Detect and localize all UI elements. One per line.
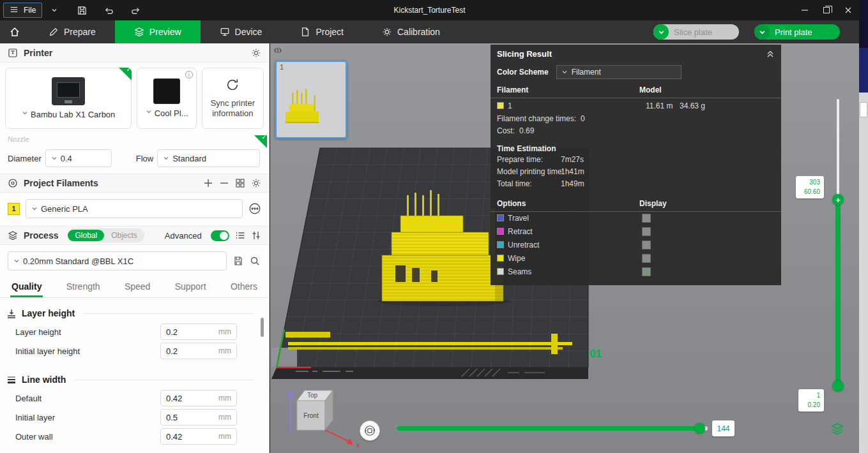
add-filament-icon[interactable]: [203, 178, 213, 188]
param-scroll-area[interactable]: Layer height Layer height 0.2 mm Initial…: [0, 298, 269, 446]
line-width-default-input[interactable]: 0.42 mm: [160, 390, 237, 406]
process-preset-select[interactable]: 0.20mm Standard @BBL X1C: [8, 251, 227, 271]
tab-prepare[interactable]: Prepare: [29, 20, 115, 43]
tab-strength[interactable]: Strength: [65, 276, 102, 297]
tab-speed[interactable]: Speed: [123, 276, 151, 297]
printer-card[interactable]: Bambu Lab X1 Carbon: [5, 68, 132, 129]
filament-settings-gear-icon[interactable]: [251, 178, 261, 188]
minimize-button[interactable]: [794, 0, 816, 20]
project-icon: [300, 27, 310, 37]
selected-check-icon: [119, 68, 132, 80]
option-row-seams: Seams: [491, 265, 781, 279]
plate-thumbnail[interactable]: 1: [275, 61, 347, 138]
layer-height-input[interactable]: 0.2 mm: [160, 323, 237, 340]
tab-support[interactable]: Support: [174, 276, 208, 297]
sidebar-scrollbar[interactable]: [261, 318, 264, 337]
unretract-color-swatch: [497, 241, 504, 248]
printer-select-chevron-icon[interactable]: [22, 110, 28, 120]
seams-checkbox[interactable]: [642, 267, 651, 276]
retract-checkbox[interactable]: [642, 227, 651, 236]
sidebar-collapse-handle[interactable]: [272, 45, 284, 56]
param-row: Default 0.42 mm: [0, 389, 269, 408]
gcode-move-slider[interactable]: [397, 426, 708, 431]
filament-edit-icon[interactable]: [248, 202, 261, 215]
slice-plate-label: Slice plate: [674, 27, 712, 37]
top-layer-height: 60.60: [800, 188, 820, 197]
param-row: Layer height 0.2 mm: [0, 322, 269, 341]
group-title-layer-height: Layer height: [22, 308, 75, 318]
ams-sync-icon[interactable]: [235, 178, 245, 188]
viewport-3d[interactable]: Bambu Lab X1 Plate: [270, 43, 859, 453]
print-options-chevron-icon[interactable]: [754, 24, 770, 40]
plate-info-icon[interactable]: i: [185, 71, 193, 78]
remove-filament-icon[interactable]: [219, 178, 229, 188]
line-width-outer-wall-input[interactable]: 0.42 mm: [160, 428, 237, 445]
toggle-global[interactable]: Global: [68, 230, 104, 241]
filament-length: 11.61 m: [646, 101, 673, 110]
filament-name: Generic PLA: [41, 204, 88, 214]
layer-slider-range[interactable]: [835, 200, 841, 386]
model-printing-time-row: Model printing time: 1h41m: [491, 167, 781, 179]
file-menu-button[interactable]: File: [3, 3, 42, 18]
scope-toggle[interactable]: Global Objects: [68, 228, 144, 242]
flow-select[interactable]: Standard: [157, 149, 260, 167]
toggle-objects[interactable]: Objects: [104, 230, 144, 241]
filament-spool-icon: [8, 178, 18, 188]
tab-device[interactable]: Device: [201, 20, 282, 43]
gcode-move-slider-handle[interactable]: [694, 423, 705, 434]
printer-icon: [8, 48, 18, 58]
preset-list-icon[interactable]: [235, 230, 245, 241]
slice-plate-button[interactable]: Slice plate: [653, 24, 739, 40]
bambu-studio-window: File Kickstart_TortureTest: [0, 0, 868, 453]
tab-preview[interactable]: Preview: [115, 20, 201, 43]
color-scheme-select[interactable]: Filament: [556, 65, 681, 79]
wipe-checkbox[interactable]: [642, 254, 651, 263]
redo-icon[interactable]: [129, 4, 142, 17]
layer-slider-top-handle[interactable]: +: [832, 194, 844, 205]
tab-project[interactable]: Project: [281, 20, 363, 43]
hamburger-icon: [10, 5, 20, 15]
search-preset-icon[interactable]: [250, 256, 260, 266]
color-scheme-label: Color Scheme: [497, 68, 549, 77]
option-row-wipe: Wipe: [491, 252, 781, 265]
orbit-camera-button[interactable]: [360, 420, 380, 441]
filament-select[interactable]: Generic PLA: [26, 199, 243, 218]
layer-slider-bottom-handle[interactable]: [832, 380, 844, 392]
tab-device-label: Device: [235, 27, 263, 37]
undo-icon[interactable]: [102, 4, 115, 17]
print-plate-button[interactable]: Print plate: [754, 24, 840, 40]
line-width-initial-layer-input[interactable]: 0.5 mm: [160, 409, 237, 426]
maximize-button[interactable]: [816, 0, 837, 20]
compare-settings-icon[interactable]: [251, 230, 261, 241]
titlebar: File Kickstart_TortureTest: [0, 0, 859, 20]
group-title-line-width: Line width: [22, 375, 66, 385]
tab-quality[interactable]: Quality: [10, 276, 43, 297]
layers-view-button[interactable]: [830, 421, 845, 436]
printer-settings-gear-icon[interactable]: [251, 48, 261, 58]
tab-home[interactable]: [0, 20, 29, 43]
sync-printer-card[interactable]: Sync printer information: [202, 68, 264, 129]
advanced-toggle[interactable]: [211, 230, 229, 241]
slice-options-chevron-icon[interactable]: [653, 24, 669, 40]
unretract-checkbox[interactable]: [642, 241, 651, 249]
gcode-move-value: 144: [712, 420, 735, 436]
close-button[interactable]: [837, 0, 859, 20]
initial-layer-height-input[interactable]: 0.2 mm: [160, 343, 237, 359]
tab-others[interactable]: Others: [229, 276, 259, 297]
slicing-result-title: Slicing Result: [497, 49, 552, 59]
save-icon[interactable]: [75, 4, 88, 17]
file-dropdown-chevron[interactable]: [47, 6, 61, 15]
filament-slot-badge[interactable]: 1: [8, 203, 20, 215]
collapse-panel-icon[interactable]: [766, 49, 775, 58]
build-plate-card[interactable]: i Cool Pl...: [137, 68, 196, 129]
travel-checkbox[interactable]: [642, 214, 651, 223]
plate-select-chevron-icon[interactable]: [146, 108, 152, 119]
nozzle-label: Nozzle: [8, 135, 29, 143]
print-plate-label: Print plate: [775, 27, 812, 37]
save-preset-icon[interactable]: [233, 256, 243, 266]
tab-calibration[interactable]: Calibration: [363, 20, 459, 43]
orbit-icon: [363, 424, 376, 437]
orientation-gizmo[interactable]: Top Front x: [284, 375, 367, 452]
filament-slot: 1: [508, 101, 512, 110]
nozzle-diameter-select[interactable]: 0.4: [45, 149, 112, 167]
